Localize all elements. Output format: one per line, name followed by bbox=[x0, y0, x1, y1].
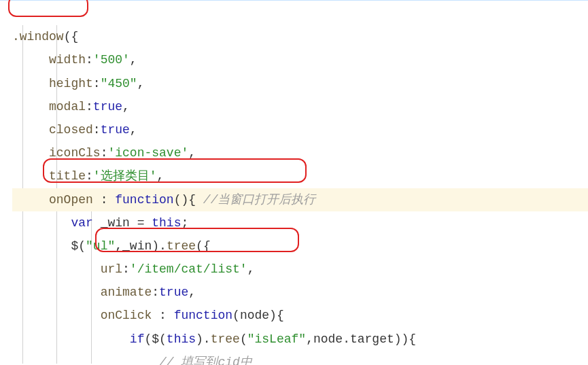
code-line: onClick : function(node){ bbox=[12, 309, 284, 322]
code-block: .window({ width:'500', height:"450", mod… bbox=[12, 2, 588, 365]
code-line: iconCls:'icon-save', bbox=[12, 146, 196, 160]
code-line: height:"450", bbox=[12, 77, 144, 90]
code-editor: .window({ width:'500', height:"450", mod… bbox=[0, 0, 588, 365]
code-line: closed:true, bbox=[12, 123, 137, 137]
code-line: title:'选择类目', bbox=[12, 169, 164, 183]
code-line: if($(this).tree("isLeaf",node.target)){ bbox=[12, 332, 416, 346]
code-line: modal:true, bbox=[12, 100, 130, 114]
code-line-highlighted: onOpen : function(){ //当窗口打开后执行 bbox=[12, 188, 588, 211]
code-line: url:'/item/cat/list', bbox=[12, 262, 254, 276]
code-line: animate:true, bbox=[12, 285, 196, 299]
code-line: width:'500', bbox=[12, 53, 137, 67]
code-line: // 填写到cid中 bbox=[12, 355, 252, 365]
code-line: $("ul",_win).tree({ bbox=[12, 239, 211, 253]
code-line: var _win = this; bbox=[12, 216, 188, 230]
code-line: .window({ bbox=[12, 30, 78, 44]
token-window: .window bbox=[12, 30, 64, 44]
